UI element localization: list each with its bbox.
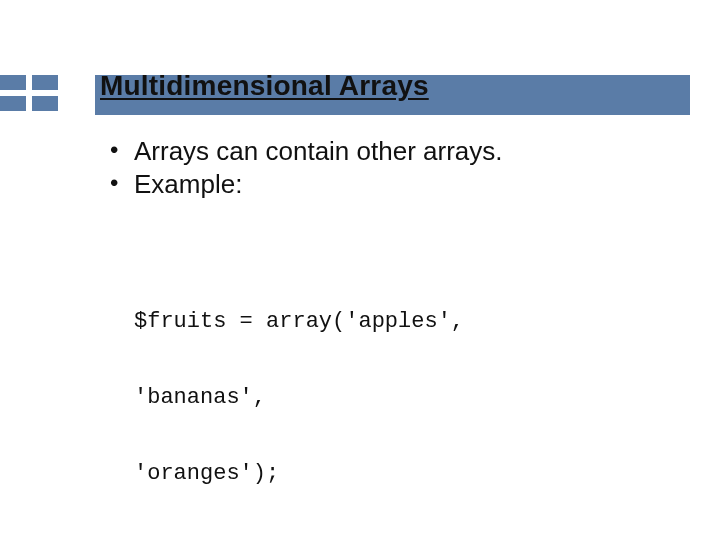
- decorative-stripes: [0, 75, 61, 115]
- code-block: $fruits = array('apples', 'bananas', 'or…: [134, 259, 660, 537]
- stripe-icon: [32, 75, 58, 90]
- slide: Multidimensional Arrays Arrays can conta…: [0, 0, 720, 540]
- code-line: 'oranges');: [134, 461, 660, 486]
- slide-body: Arrays can contain other arrays. Example…: [100, 135, 660, 540]
- code-line: $fruits = array('apples',: [134, 309, 660, 334]
- code-line: 'bananas',: [134, 385, 660, 410]
- code-example: $fruits = array('apples', 'bananas', 'or…: [134, 208, 660, 540]
- stripe-icon: [32, 96, 58, 111]
- stripe-icon: [0, 75, 26, 90]
- bullet-item: Example:: [100, 168, 660, 201]
- bullet-list: Arrays can contain other arrays. Example…: [100, 135, 660, 200]
- stripe-icon: [0, 96, 26, 111]
- slide-title: Multidimensional Arrays: [100, 70, 429, 102]
- bullet-item: Arrays can contain other arrays.: [100, 135, 660, 168]
